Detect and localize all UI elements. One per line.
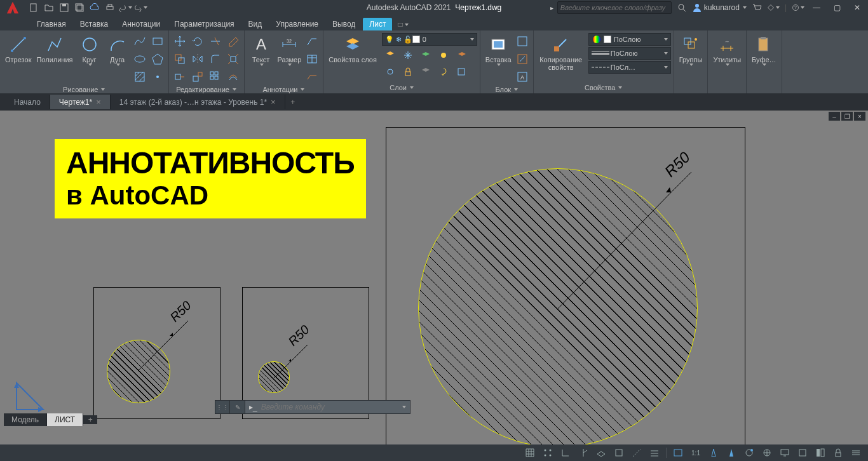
fillet-icon[interactable] [207, 51, 224, 67]
stretch-icon[interactable] [172, 69, 188, 85]
tab-annotations[interactable]: Аннотации [116, 18, 166, 30]
sb-scale-icon[interactable]: 1:1 [688, 446, 704, 460]
layer-frz-icon[interactable] [400, 47, 416, 63]
layout-tab-sheet[interactable]: ЛИСТ [47, 413, 83, 426]
clipboard-button[interactable]: Буфе… [749, 33, 779, 67]
viewport-small-1[interactable]: R50 [93, 287, 220, 419]
drawing-canvas[interactable]: – ❐ × R50 R50 R50 АННОТАТИВНОСТЬ [0, 110, 868, 444]
command-handle-icon[interactable]: ⋮⋮ [215, 400, 230, 414]
sb-qprops-icon[interactable] [812, 446, 829, 460]
color-dropdown[interactable]: ПоСлою [588, 33, 671, 46]
sb-snap-icon[interactable] [539, 446, 556, 460]
canvas-restore-icon[interactable]: ❐ [841, 112, 853, 121]
layer-match-icon[interactable] [453, 47, 470, 63]
dimension-button[interactable]: 32Размер [275, 33, 304, 67]
sb-monitor-icon[interactable] [776, 446, 793, 460]
polygon-icon[interactable] [149, 51, 166, 67]
spline-icon[interactable] [132, 33, 148, 50]
tab-view[interactable]: Вид [242, 18, 269, 30]
erase-icon[interactable] [225, 33, 241, 50]
cloud-icon[interactable] [88, 1, 102, 15]
search-input[interactable] [557, 1, 672, 14]
doc-tab-start[interactable]: Начало [5, 95, 50, 109]
sb-annoscale-icon[interactable] [705, 446, 722, 460]
block-edit-icon[interactable] [514, 51, 531, 67]
sb-autoscale-icon[interactable] [741, 446, 757, 460]
tab-output[interactable]: Вывод [326, 18, 362, 30]
layer-unisolate-icon[interactable] [417, 63, 434, 80]
tab-insert[interactable]: Вставка [74, 18, 115, 30]
groups-button[interactable]: Группы [677, 33, 705, 67]
sb-grid-icon[interactable] [522, 446, 538, 460]
close-icon[interactable]: × [271, 97, 276, 107]
layer-dropdown[interactable]: 💡❄🔓 0 [382, 33, 477, 46]
user-menu[interactable]: kukunarod [692, 3, 747, 13]
leader-icon[interactable] [304, 33, 320, 50]
command-input[interactable]: ▸_ [245, 400, 410, 414]
sb-layout-icon[interactable] [670, 446, 686, 460]
layer-off-icon[interactable] [382, 63, 398, 80]
block-create-icon[interactable] [514, 33, 531, 50]
mleader-icon[interactable] [304, 69, 320, 85]
panel-title-draw[interactable]: Рисование [3, 85, 166, 93]
layer-mk-icon[interactable] [417, 47, 434, 63]
trim-icon[interactable] [207, 33, 224, 50]
undo-icon[interactable] [118, 1, 132, 15]
close-icon[interactable]: × [96, 97, 101, 107]
panel-title-annot[interactable]: Аннотации [247, 85, 321, 93]
tab-manage[interactable]: Управление [269, 18, 325, 30]
doc-tab-drawing1[interactable]: Чертеж1*× [50, 95, 111, 109]
copy-icon[interactable] [172, 51, 188, 67]
print-icon[interactable] [103, 1, 117, 15]
match-props-button[interactable]: Копирование свойств [536, 33, 586, 72]
text-button[interactable]: AТекст [247, 33, 275, 67]
minimize-button[interactable]: — [808, 1, 825, 14]
canvas-min-icon[interactable]: – [829, 112, 840, 121]
layer-on-icon[interactable] [435, 63, 452, 80]
ribbon-collapse-icon[interactable] [397, 19, 409, 30]
sb-ws-icon[interactable] [759, 446, 775, 460]
tab-layout[interactable]: Лист [363, 18, 392, 30]
insert-block-button[interactable]: Вставка [483, 33, 514, 67]
layer-lock-icon[interactable] [400, 63, 416, 80]
command-field[interactable] [261, 403, 397, 411]
viewport-small-2[interactable]: R50 [242, 287, 369, 419]
table-icon[interactable] [304, 51, 320, 67]
sb-isodraft-icon[interactable] [593, 446, 609, 460]
layer-props-button[interactable]: Свойства слоя [326, 33, 379, 65]
block-attr-icon[interactable]: A [514, 69, 531, 85]
open-icon[interactable] [42, 1, 56, 15]
viewport-large[interactable]: R50 [386, 127, 745, 446]
rectangle-icon[interactable] [149, 33, 166, 50]
hatch-icon[interactable] [132, 69, 148, 85]
sb-polar-icon[interactable] [575, 446, 592, 460]
sb-units-icon[interactable] [794, 446, 811, 460]
panel-title-props[interactable]: Свойства [536, 82, 671, 93]
help-icon[interactable]: ? [792, 1, 804, 14]
new-icon[interactable] [27, 1, 41, 15]
line-button[interactable]: Отрезок [3, 33, 34, 65]
maximize-button[interactable]: ▢ [829, 1, 845, 14]
scale-icon[interactable] [189, 69, 206, 85]
layout-add-button[interactable]: + [83, 415, 97, 424]
command-history-icon[interactable] [402, 406, 406, 408]
explode-icon[interactable] [225, 51, 241, 67]
new-tab-button[interactable]: + [285, 98, 301, 107]
save-icon[interactable] [57, 1, 71, 15]
layer-states-icon[interactable] [453, 63, 470, 80]
close-button[interactable]: ✕ [849, 1, 865, 14]
move-icon[interactable] [172, 33, 188, 50]
lineweight-dropdown[interactable]: ПоСлою [588, 47, 671, 60]
point-icon[interactable] [149, 69, 166, 85]
layer-iso-icon[interactable] [382, 47, 398, 63]
cart-icon[interactable] [750, 1, 763, 14]
arc-button[interactable]: Дуга [104, 33, 132, 67]
canvas-close-icon[interactable]: × [854, 112, 865, 121]
ellipse-icon[interactable] [132, 51, 148, 67]
layout-tab-model[interactable]: Модель [4, 413, 47, 426]
circle-button[interactable]: Круг [76, 33, 104, 67]
rotate-icon[interactable] [189, 33, 206, 50]
sb-osnap-icon[interactable] [611, 446, 627, 460]
layer-thaw-icon[interactable] [435, 47, 452, 63]
ucs-icon[interactable] [14, 378, 48, 414]
